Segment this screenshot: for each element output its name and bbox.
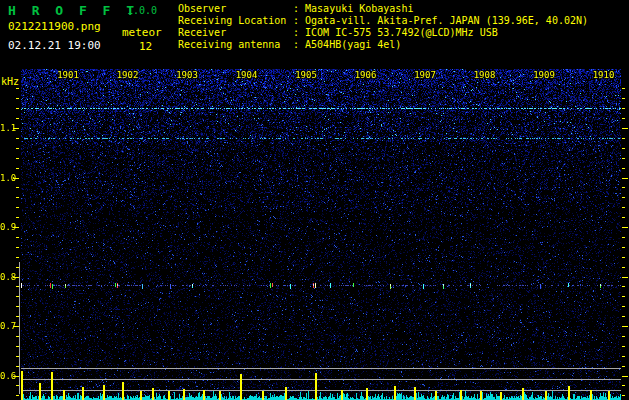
freq-tick-left	[16, 257, 19, 258]
echo-count: 12	[139, 40, 152, 53]
info-value: Ogata-vill. Akita-Pref. JAPAN (139.96E, …	[305, 15, 588, 26]
time-label: 1906	[351, 70, 381, 80]
info-separator: :	[293, 39, 305, 50]
freq-tick-right	[622, 296, 625, 297]
time-label: 1903	[172, 70, 202, 80]
time-label: 1909	[529, 70, 559, 80]
freq-tick-right	[622, 207, 625, 208]
freq-tick-right	[622, 286, 625, 287]
freq-tick-right	[622, 336, 625, 337]
freq-tick-left	[16, 207, 19, 208]
freq-tick-right	[622, 88, 625, 89]
freq-tick-left	[16, 98, 19, 99]
freq-tick-right	[622, 277, 628, 278]
freq-tick-right	[622, 158, 625, 159]
freq-tick-right	[622, 257, 625, 258]
freq-tick-left	[13, 227, 19, 228]
freq-label: 0.6	[0, 371, 13, 381]
freq-tick-right	[622, 247, 625, 248]
freq-label: 0.7	[0, 321, 13, 331]
app-title: H R O F F T	[8, 3, 138, 18]
freq-tick-left	[16, 395, 19, 396]
station-info-row-antenna: Receiving antenna: A504HB(yagi 4el)	[178, 39, 588, 51]
time-label: 1901	[53, 70, 83, 80]
time-axis: 1901190219031904190519061907190819091910	[0, 70, 629, 82]
time-label: 1905	[291, 70, 321, 80]
freq-label: 1.0	[0, 173, 13, 183]
freq-tick-left	[13, 128, 19, 129]
station-info-row-receiver: Receiver: ICOM IC-575 53.7492(@LCD)MHz U…	[178, 27, 588, 39]
info-label: Receiver	[178, 27, 293, 39]
freq-tick-right	[622, 178, 628, 179]
freq-tick-right	[622, 376, 628, 377]
info-value: ICOM IC-575 53.7492(@LCD)MHz USB	[305, 27, 498, 38]
freq-tick-left	[16, 158, 19, 159]
time-label: 1904	[232, 70, 262, 80]
time-label: 1907	[410, 70, 440, 80]
freq-tick-right	[622, 267, 625, 268]
station-info-row-observer: Observer: Masayuki Kobayashi	[178, 3, 588, 15]
freq-tick-right	[622, 138, 625, 139]
freq-tick-right	[622, 128, 628, 129]
time-label: 1908	[470, 70, 500, 80]
info-value: Masayuki Kobayashi	[305, 3, 413, 14]
freq-tick-right	[622, 356, 625, 357]
freq-tick-right	[622, 187, 625, 188]
time-label: 1910	[589, 70, 619, 80]
freq-tick-left	[13, 178, 19, 179]
freq-tick-right	[622, 385, 625, 386]
station-info: Observer: Masayuki Kobayashi Receiving L…	[178, 3, 588, 51]
freq-label: 0.8	[0, 272, 13, 282]
freq-tick-left	[16, 237, 19, 238]
freq-tick-right	[622, 217, 625, 218]
freq-tick-right	[622, 316, 625, 317]
spectrogram-canvas	[21, 69, 621, 400]
freq-tick-right	[622, 118, 625, 119]
freq-tick-right	[622, 395, 625, 396]
info-label: Receiving Location	[178, 15, 293, 27]
output-filename: 0212211900.png	[8, 20, 101, 33]
freq-tick-left	[16, 138, 19, 139]
info-separator: :	[293, 3, 305, 14]
observation-mode: meteor	[122, 26, 162, 39]
info-separator: :	[293, 27, 305, 38]
freq-tick-right	[622, 326, 628, 327]
freq-label: 0.9	[0, 222, 13, 232]
info-label: Observer	[178, 3, 293, 15]
freq-tick-left	[16, 217, 19, 218]
app-version: 1.0.0	[127, 5, 157, 16]
info-separator: :	[293, 15, 305, 26]
freq-tick-left	[16, 88, 19, 89]
freq-tick-right	[622, 148, 625, 149]
observation-datetime: 02.12.21 19:00	[8, 39, 101, 52]
info-value: A504HB(yagi 4el)	[305, 39, 401, 50]
freq-tick-left	[16, 108, 19, 109]
hrofft-window: H R O F F T 1.0.0 0212211900.png meteor …	[0, 0, 629, 400]
freq-tick-left	[16, 118, 19, 119]
freq-tick-right	[622, 227, 628, 228]
freq-tick-right	[622, 346, 625, 347]
freq-tick-right	[622, 98, 625, 99]
freq-tick-left	[16, 168, 19, 169]
freq-tick-left	[16, 197, 19, 198]
freq-tick-right	[622, 366, 625, 367]
freq-tick-left	[16, 148, 19, 149]
freq-tick-right	[622, 108, 625, 109]
freq-tick-right	[622, 168, 625, 169]
station-info-row-location: Receiving Location: Ogata-vill. Akita-Pr…	[178, 15, 588, 27]
time-label: 1902	[113, 70, 143, 80]
freq-tick-right	[622, 306, 625, 307]
info-label: Receiving antenna	[178, 39, 293, 51]
freq-tick-left	[16, 187, 19, 188]
level-axis-line	[19, 262, 20, 394]
freq-tick-right	[622, 237, 625, 238]
freq-label: 1.1	[0, 123, 13, 133]
freq-tick-left	[16, 247, 19, 248]
freq-tick-right	[622, 197, 625, 198]
